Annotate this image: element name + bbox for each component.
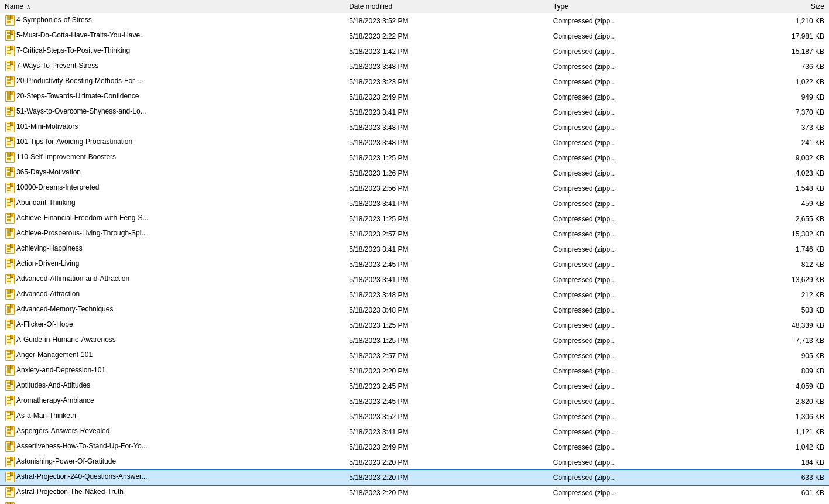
file-name-text: Achieve-Financial-Freedom-with-Feng-S... <box>16 212 148 224</box>
table-row[interactable]: Aptitudes-And-Attitudes 5/18/2023 2:45 P… <box>0 379 829 394</box>
file-date: 5/18/2023 3:23 PM <box>344 74 549 90</box>
file-name-cell: 20-Productivity-Boosting-Methods-For-... <box>5 75 143 87</box>
column-header-name[interactable]: Name ∧ <box>0 0 344 13</box>
file-date: 5/18/2023 3:41 PM <box>344 272 549 287</box>
file-name-text: 101-Tips-for-Avoiding-Procrastination <box>16 136 132 148</box>
zip-file-icon <box>5 289 14 299</box>
zip-file-icon <box>5 457 14 466</box>
table-row[interactable]: 10000-Dreams-Interpreted 5/18/2023 2:56 … <box>0 181 829 196</box>
file-date: 5/18/2023 3:41 PM <box>344 105 549 120</box>
file-type: Compressed (zipp... <box>549 303 714 318</box>
table-row[interactable]: Assertiveness-How-To-Stand-Up-For-Yo... … <box>0 440 829 455</box>
file-name-cell: 365-Days-Motivation <box>5 166 81 178</box>
file-name-text: 365-Days-Motivation <box>16 166 81 178</box>
table-row[interactable]: 101-Mini-Motivators 5/18/2023 3:48 PMCom… <box>0 120 829 135</box>
table-row[interactable]: 4-Symphonies-of-Stress 5/18/2023 3:52 PM… <box>0 13 829 29</box>
file-name-cell: 101-Tips-for-Avoiding-Procrastination <box>5 136 132 148</box>
file-name-text: 110-Self-Improvement-Boosters <box>16 151 116 163</box>
table-row[interactable]: Achieve-Prosperous-Living-Through-Spi...… <box>0 227 829 242</box>
file-date: 5/18/2023 2:20 PM <box>344 364 549 379</box>
file-name-cell: A-Guide-in-Humane-Awareness <box>5 334 116 345</box>
file-size: 809 KB <box>714 364 829 379</box>
table-row[interactable]: A-Guide-in-Humane-Awareness 5/18/2023 1:… <box>0 333 829 348</box>
file-date: 5/18/2023 2:45 PM <box>344 257 549 272</box>
file-type: Compressed (zipp... <box>549 90 714 105</box>
file-name-cell: 110-Self-Improvement-Boosters <box>5 151 116 163</box>
file-type: Compressed (zipp... <box>549 485 714 500</box>
table-row[interactable]: Astral-Projection-240-Questions-Answer..… <box>0 470 829 485</box>
zip-file-icon <box>5 183 14 192</box>
column-header-type[interactable]: Type <box>549 0 714 13</box>
file-type: Compressed (zipp... <box>549 440 714 455</box>
file-size: 633 KB <box>714 470 829 485</box>
zip-file-icon <box>5 441 14 451</box>
file-name-text: Astral-Projection-The-Naked-Truth <box>16 486 124 498</box>
file-name-text: Advanced-Attraction <box>16 288 80 300</box>
table-row[interactable]: Anger-Management-101 5/18/2023 2:57 PMCo… <box>0 348 829 364</box>
file-name-text: Aspergers-Answers-Revealed <box>16 425 109 437</box>
file-name-text: Abundant-Thinking <box>16 197 76 208</box>
file-size: 184 KB <box>714 455 829 470</box>
zip-file-icon <box>5 487 14 496</box>
zip-file-icon <box>5 213 14 222</box>
table-row[interactable]: Advanced-Affirmation-and-Attraction 5/18… <box>0 272 829 287</box>
table-row[interactable]: As-a-Man-Thinketh 5/18/2023 3:52 PMCompr… <box>0 409 829 424</box>
table-row[interactable]: Action-Driven-Living 5/18/2023 2:45 PMCo… <box>0 257 829 272</box>
file-size: 1,210 KB <box>714 13 829 29</box>
file-name-text: 4-Symphonies-of-Stress <box>16 14 92 26</box>
file-type: Compressed (zipp... <box>549 211 714 227</box>
file-name-text: Aptitudes-And-Attitudes <box>16 379 90 391</box>
table-row[interactable]: Achieve-Financial-Freedom-with-Feng-S...… <box>0 211 829 227</box>
table-row[interactable]: Anxiety-and-Depression-101 5/18/2023 2:2… <box>0 364 829 379</box>
file-size: 17,981 KB <box>714 29 829 44</box>
file-name-cell: Aptitudes-And-Attitudes <box>5 379 90 391</box>
file-size: 15,187 KB <box>714 44 829 59</box>
file-date: 5/18/2023 2:45 PM <box>344 394 549 409</box>
table-row[interactable]: Astonishing-Power-Of-Gratitude 5/18/2023… <box>0 455 829 470</box>
table-row[interactable]: 20-Steps-Towards-Ultimate-Confidence 5/1… <box>0 90 829 105</box>
file-size: 7,370 KB <box>714 105 829 120</box>
file-type: Compressed (zipp... <box>549 74 714 90</box>
table-row[interactable]: Aromatherapy-Ambiance 5/18/2023 2:45 PMC… <box>0 394 829 409</box>
file-name-cell: Achieving-Happiness <box>5 242 83 254</box>
file-size: 1,548 KB <box>714 181 829 196</box>
file-type: Compressed (zipp... <box>549 44 714 59</box>
file-date: 5/18/2023 2:45 PM <box>344 379 549 394</box>
file-type: Compressed (zipp... <box>549 59 714 74</box>
table-row[interactable]: Advanced-Memory-Techniques 5/18/2023 3:4… <box>0 303 829 318</box>
table-row[interactable]: Advanced-Attraction 5/18/2023 3:48 PMCom… <box>0 287 829 303</box>
file-size: 212 KB <box>714 287 829 303</box>
file-name-cell: Astonishing-Power-Of-Gratitude <box>5 455 116 467</box>
file-size: 503 KB <box>714 303 829 318</box>
file-date: 5/18/2023 1:25 PM <box>344 150 549 166</box>
file-date: 5/18/2023 1:25 PM <box>344 211 549 227</box>
table-row[interactable]: 110-Self-Improvement-Boosters 5/18/2023 … <box>0 150 829 166</box>
table-row[interactable]: Astral-Projection-The-Naked-Truth 5/18/2… <box>0 485 829 500</box>
file-name-cell: 51-Ways-to-Overcome-Shyness-and-Lo... <box>5 105 146 117</box>
table-row[interactable]: 7-Ways-To-Prevent-Stress 5/18/2023 3:48 … <box>0 59 829 74</box>
column-header-date[interactable]: Date modified <box>344 0 549 13</box>
file-size: 1,022 KB <box>714 74 829 90</box>
table-row[interactable]: Aspergers-Answers-Revealed 5/18/2023 3:4… <box>0 424 829 440</box>
table-header-row: Name ∧ Date modified Type Size <box>0 0 829 13</box>
table-row[interactable]: A-Flicker-Of-Hope 5/18/2023 1:25 PMCompr… <box>0 318 829 333</box>
table-row[interactable]: Abundant-Thinking 5/18/2023 3:41 PMCompr… <box>0 196 829 211</box>
zip-file-icon <box>5 365 14 375</box>
file-name-cell: Advanced-Affirmation-and-Attraction <box>5 273 129 284</box>
table-row[interactable]: 5-Must-Do-Gotta-Have-Traits-You-Have... … <box>0 29 829 44</box>
file-type: Compressed (zipp... <box>549 500 714 504</box>
column-header-size[interactable]: Size <box>714 0 829 13</box>
zip-file-icon <box>5 15 14 25</box>
table-row[interactable]: 51-Ways-to-Overcome-Shyness-and-Lo... 5/… <box>0 105 829 120</box>
table-row[interactable]: 101-Tips-for-Avoiding-Procrastination 5/… <box>0 135 829 150</box>
file-name-text: 51-Ways-to-Overcome-Shyness-and-Lo... <box>16 105 146 117</box>
zip-file-icon <box>5 30 14 40</box>
file-size: 1,121 KB <box>714 424 829 440</box>
table-row[interactable]: Attraction-Awareness 5/18/2023 1:25 PMCo… <box>0 500 829 504</box>
file-size: 48,339 KB <box>714 318 829 333</box>
table-row[interactable]: Achieving-Happiness 5/18/2023 3:41 PMCom… <box>0 242 829 257</box>
file-date: 5/18/2023 3:48 PM <box>344 59 549 74</box>
table-row[interactable]: 7-Critical-Steps-To-Positive-Thinking 5/… <box>0 44 829 59</box>
table-row[interactable]: 20-Productivity-Boosting-Methods-For-...… <box>0 74 829 90</box>
table-row[interactable]: 365-Days-Motivation 5/18/2023 1:26 PMCom… <box>0 166 829 181</box>
